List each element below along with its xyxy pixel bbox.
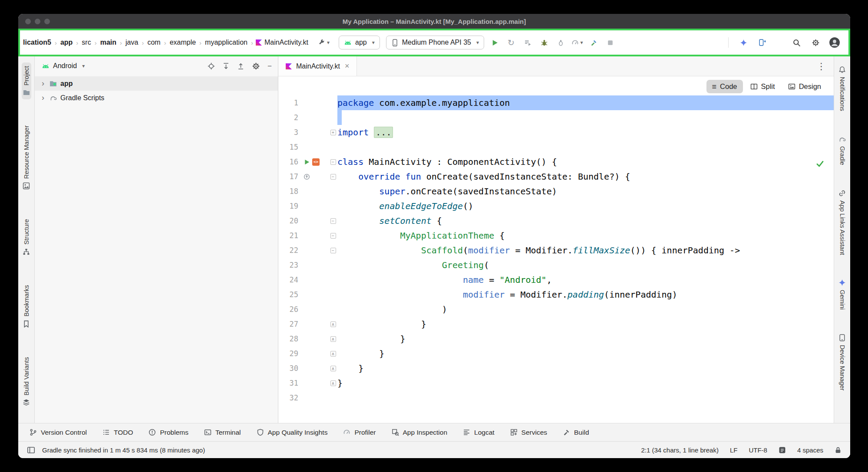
fold-marker-icon[interactable]: ∧ [330, 336, 336, 342]
indent-indicator[interactable]: 4 spaces [797, 446, 823, 454]
code-text[interactable] [337, 390, 834, 405]
fold-marker-icon[interactable]: + [330, 130, 336, 135]
attach-debugger-button[interactable] [554, 36, 568, 49]
breadcrumb-item-main[interactable]: main [99, 38, 118, 47]
tool-button-version-control[interactable]: Version Control [30, 429, 87, 436]
compose-gutter-icon[interactable]: <> [312, 158, 320, 166]
code-editor[interactable]: 1package com.example.myapplication23+imp… [278, 76, 834, 423]
expand-chevron-icon[interactable]: › [40, 93, 46, 102]
code-line-1[interactable]: 1package com.example.myapplication [278, 95, 834, 110]
minimize-button[interactable] [35, 19, 40, 24]
code-text[interactable]: } [337, 376, 834, 390]
gemini-button[interactable] [736, 36, 750, 49]
code-line-31[interactable]: 31∧} [278, 376, 834, 390]
device-selector[interactable]: Medium Phone API 35 ▾ [386, 36, 484, 49]
code-line-24[interactable]: 24 name = "Android", [278, 272, 834, 287]
code-line-26[interactable]: 26 ) [278, 302, 834, 317]
zoom-button[interactable] [44, 19, 50, 24]
breadcrumb-item-java[interactable]: java [124, 38, 139, 47]
run-button[interactable] [488, 36, 502, 49]
code-text[interactable]: } [337, 346, 834, 361]
mode-design-button[interactable]: Design [782, 80, 827, 93]
tool-stripe-bookmarks[interactable]: Bookmarks [21, 282, 31, 331]
mode-code-button[interactable]: ≡Code [706, 80, 743, 93]
fold-marker-icon[interactable]: ∧ [330, 321, 336, 327]
expand-all-button[interactable] [222, 62, 230, 70]
settings-button[interactable] [252, 62, 260, 70]
search-button[interactable] [789, 36, 803, 49]
code-line-28[interactable]: 28∧ } [278, 331, 834, 346]
code-text[interactable]: ) [337, 302, 834, 317]
code-line-20[interactable]: 20− setContent { [278, 213, 834, 228]
tool-button-profiler[interactable]: Profiler [343, 429, 376, 436]
tool-stripe-gemini[interactable]: Gemini [837, 275, 847, 313]
stop-button[interactable] [603, 36, 617, 49]
fold-marker-icon[interactable]: − [330, 248, 336, 253]
fold-marker-icon[interactable]: ∧ [330, 380, 336, 386]
tool-stripe-build-variants[interactable]: Build Variants [21, 354, 31, 410]
override-gutter-icon[interactable] [304, 174, 310, 180]
status-widget-icon[interactable] [779, 446, 786, 454]
fold-marker-icon[interactable]: − [330, 159, 336, 165]
code-line-3[interactable]: 3+import ... [278, 125, 834, 140]
hide-button[interactable]: − [267, 62, 272, 70]
code-text[interactable]: } [337, 331, 834, 346]
code-text[interactable]: setContent { [337, 213, 834, 228]
inspections-status-icon[interactable] [816, 160, 824, 168]
panel-toggle-icon[interactable] [27, 446, 35, 454]
debug-button[interactable] [537, 36, 551, 49]
code-text[interactable]: override fun onCreate(savedInstanceState… [337, 169, 834, 184]
code-line-15[interactable]: 15 [278, 140, 834, 154]
mode-split-button[interactable]: Split [745, 80, 781, 93]
locate-button[interactable] [208, 62, 215, 70]
tool-button-problems[interactable]: Problems [149, 429, 188, 436]
tool-stripe-project[interactable]: Project [22, 62, 31, 99]
user-avatar-button[interactable] [828, 36, 842, 49]
tool-button-build[interactable]: Build [563, 429, 589, 436]
code-text[interactable]: name = "Android", [337, 272, 834, 287]
fold-marker-icon[interactable]: ∧ [330, 366, 336, 371]
tool-button-logcat[interactable]: Logcat [463, 429, 495, 436]
apply-code-changes-button[interactable] [521, 36, 535, 49]
fold-marker-icon[interactable]: − [330, 174, 336, 180]
code-text[interactable]: import ... [337, 125, 834, 140]
code-line-25[interactable]: 25 modifier = Modifier.padding(innerPadd… [278, 287, 834, 302]
code-line-22[interactable]: 22− Scaffold(modifier = Modifier.fillMax… [278, 243, 834, 258]
breadcrumb-item-app[interactable]: app [59, 38, 74, 47]
code-text[interactable] [337, 140, 834, 154]
code-text[interactable]: enableEdgeToEdge() [337, 199, 834, 213]
tool-stripe-structure[interactable]: Structure [21, 216, 31, 259]
breadcrumb-item-lication5[interactable]: lication5 [22, 38, 53, 47]
code-line-29[interactable]: 29∧ } [278, 346, 834, 361]
code-line-17[interactable]: 17− override fun onCreate(savedInstanceS… [278, 169, 834, 184]
code-text[interactable]: class MainActivity : ComponentActivity()… [337, 154, 834, 169]
breadcrumb-item-myapplication[interactable]: myapplication [204, 38, 249, 47]
tool-button-app-quality-insights[interactable]: App Quality Insights [257, 429, 328, 436]
expand-chevron-icon[interactable]: › [40, 79, 46, 88]
close-tab-icon[interactable]: × [345, 62, 350, 71]
tools-menu-button[interactable]: ▾ [315, 37, 333, 49]
breadcrumb-item-com[interactable]: com [146, 38, 162, 47]
caret-position-indicator[interactable]: 2:1 (34 chars, 1 line break) [641, 446, 719, 454]
code-line-30[interactable]: 30∧ } [278, 361, 834, 376]
more-options-icon[interactable]: ⋮ [814, 61, 828, 72]
code-text[interactable]: super.onCreate(savedInstanceState) [337, 184, 834, 199]
encoding-indicator[interactable]: UTF-8 [749, 446, 767, 454]
breadcrumb-item-mainactivity-kt[interactable]: MainActivity.kt [263, 38, 310, 47]
fold-marker-icon[interactable]: ∧ [330, 351, 336, 357]
tree-item-gradle-scripts[interactable]: ›Gradle Scripts [35, 91, 278, 105]
profiler-button[interactable]: ▾ [570, 36, 584, 49]
code-line-32[interactable]: 32 [278, 390, 834, 405]
tool-stripe-resource-manager[interactable]: Resource Manager [21, 122, 31, 193]
build-button[interactable] [587, 36, 601, 49]
code-line-18[interactable]: 18 super.onCreate(savedInstanceState) [278, 184, 834, 199]
tool-button-todo[interactable]: TODO [102, 429, 133, 436]
tool-stripe-app-links-assistant[interactable]: App Links Assistant [837, 186, 847, 259]
code-text[interactable]: Greeting( [337, 258, 834, 272]
code-line-16[interactable]: 16<>−class MainActivity : ComponentActiv… [278, 154, 834, 169]
editor-tab-mainactivity[interactable]: MainActivity.kt × [278, 56, 357, 76]
code-text[interactable]: package com.example.myapplication [337, 95, 834, 110]
code-text[interactable]: MyApplicationTheme { [337, 228, 834, 243]
code-line-23[interactable]: 23 Greeting( [278, 258, 834, 272]
tool-button-services[interactable]: Services [510, 429, 547, 436]
